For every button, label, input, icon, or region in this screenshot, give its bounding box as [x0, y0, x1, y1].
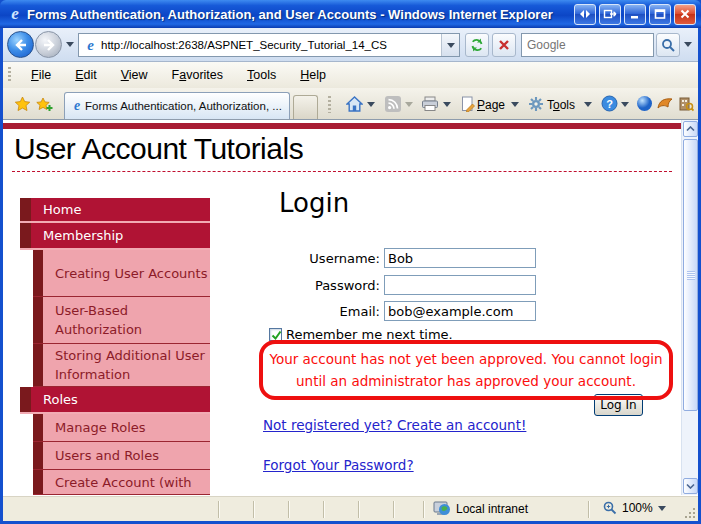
addon-button-1[interactable] — [656, 95, 674, 112]
add-favorite-button[interactable] — [36, 95, 54, 112]
search-input[interactable] — [522, 38, 653, 52]
scrollbar-thumb[interactable] — [683, 139, 698, 411]
scroll-up-button[interactable] — [683, 121, 698, 137]
home-icon — [346, 96, 363, 112]
status-divider — [218, 501, 219, 518]
tab-favicon: e — [69, 98, 85, 114]
print-dropdown[interactable] — [443, 102, 451, 107]
email-field[interactable] — [384, 301, 536, 321]
vertical-scrollbar[interactable] — [681, 120, 698, 495]
home-button[interactable] — [345, 95, 363, 112]
printer-icon — [421, 96, 439, 112]
active-tab[interactable]: e Forms Authentication, Authorization, .… — [64, 92, 290, 119]
local-intranet-icon — [433, 501, 451, 516]
blue-sphere-icon — [636, 95, 653, 112]
menu-grip[interactable] — [8, 67, 11, 83]
status-divider — [358, 501, 359, 518]
refresh-icon — [469, 37, 485, 53]
search-options-dropdown[interactable] — [684, 42, 692, 47]
window-body: e File Edit View Favorites — [3, 28, 698, 521]
addon-button-2[interactable] — [677, 95, 695, 112]
menu-edit[interactable]: Edit — [63, 64, 109, 86]
stop-x-icon — [497, 38, 511, 52]
page-menu-icon[interactable] — [459, 95, 477, 112]
stop-button[interactable] — [492, 33, 516, 57]
back-button[interactable] — [7, 31, 34, 58]
help-dropdown[interactable] — [621, 102, 629, 107]
navigation-bar: e — [3, 28, 698, 62]
ie-logo-icon: e — [5, 4, 25, 24]
search-icon — [661, 38, 676, 53]
help-button[interactable]: ? — [600, 95, 618, 112]
status-divider — [253, 501, 254, 518]
search-button[interactable] — [656, 33, 680, 57]
feeds-button[interactable] — [384, 95, 402, 112]
minimize-button[interactable] — [624, 4, 646, 25]
zoom-dropdown[interactable] — [658, 506, 666, 511]
page-menu-button[interactable]: Page — [477, 98, 505, 112]
forgot-password-link[interactable]: Forgot Your Password? — [263, 457, 414, 473]
security-zone-indicator[interactable]: Local intranet — [433, 501, 528, 516]
menu-bar: File Edit View Favorites Tools Help — [3, 62, 698, 88]
status-divider — [323, 501, 324, 518]
back-arrow-icon — [13, 37, 29, 53]
menu-tools[interactable]: Tools — [235, 64, 288, 86]
address-dropdown-button[interactable] — [441, 34, 459, 56]
browser-window: e Forms Authentication, Authorization, a… — [0, 0, 701, 524]
username-field[interactable] — [384, 248, 536, 268]
status-divider — [288, 501, 289, 518]
status-divider — [423, 501, 424, 518]
chevron-up-icon — [686, 126, 695, 132]
chevron-down-icon — [686, 483, 695, 489]
search-box[interactable] — [521, 33, 654, 57]
zoom-control[interactable]: 100% — [603, 501, 666, 515]
password-label: Password: — [243, 278, 380, 293]
left-right-arrows-icon — [578, 8, 592, 20]
rss-icon — [385, 96, 401, 112]
menu-file[interactable]: File — [19, 64, 63, 86]
gear-icon — [528, 96, 544, 112]
svg-text:?: ? — [606, 98, 613, 110]
menu-favorites[interactable]: Favorites — [160, 64, 235, 86]
window-popout-button[interactable] — [599, 4, 621, 25]
home-dropdown[interactable] — [367, 102, 375, 107]
zoom-level: 100% — [622, 501, 653, 515]
email-label: Email: — [243, 304, 380, 319]
forward-button[interactable] — [35, 31, 62, 58]
close-icon — [679, 8, 691, 20]
zoom-magnifier-icon — [603, 501, 617, 515]
tools-dropdown[interactable] — [584, 102, 592, 107]
forward-arrow-icon — [41, 37, 57, 53]
url-input[interactable] — [99, 39, 441, 51]
address-bar[interactable]: e — [78, 33, 460, 57]
popout-icon — [603, 8, 617, 20]
minimize-icon — [629, 8, 641, 20]
create-account-link[interactable]: Not registered yet? Create an account! — [263, 417, 526, 433]
star-icon — [14, 96, 31, 112]
favorites-center-button[interactable] — [13, 95, 31, 112]
resize-grip[interactable] — [693, 516, 695, 518]
close-button[interactable] — [674, 4, 696, 25]
menu-view[interactable]: View — [109, 64, 160, 86]
new-tab-stub[interactable] — [293, 95, 318, 119]
refresh-button[interactable] — [465, 33, 489, 57]
command-bar: e Forms Authentication, Authorization, .… — [3, 88, 698, 120]
tools-menu-icon[interactable] — [527, 95, 545, 112]
title-bar: e Forms Authentication, Authorization, a… — [0, 0, 701, 28]
scroll-down-button[interactable] — [683, 478, 698, 494]
password-field[interactable] — [384, 275, 536, 295]
tools-menu-button[interactable]: Tools — [547, 98, 575, 112]
messenger-addon-button[interactable] — [635, 95, 653, 112]
feeds-dropdown[interactable] — [405, 102, 413, 107]
menu-help[interactable]: Help — [288, 64, 338, 86]
zone-label: Local intranet — [456, 502, 528, 516]
window-switch-button[interactable] — [574, 4, 596, 25]
status-divider — [588, 501, 589, 518]
status-divider — [393, 501, 394, 518]
history-dropdown[interactable] — [66, 42, 74, 47]
print-button[interactable] — [421, 95, 439, 112]
page-dropdown[interactable] — [511, 102, 519, 107]
login-heading: Login — [279, 188, 349, 218]
toolbar-separator — [328, 96, 331, 113]
maximize-button[interactable] — [649, 4, 671, 25]
